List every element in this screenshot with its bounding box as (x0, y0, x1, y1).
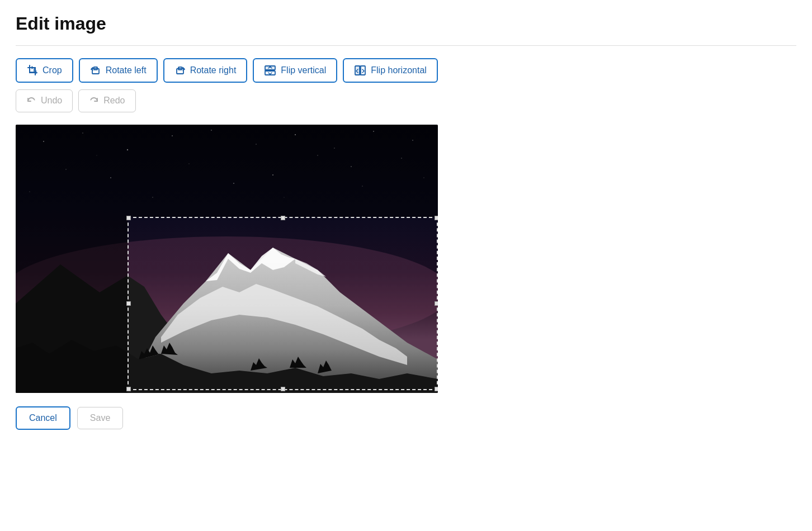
crop-label: Crop (43, 65, 62, 75)
crop-handle-top-right[interactable] (435, 216, 438, 220)
rotate-left-button[interactable]: Rotate left (79, 58, 158, 83)
page-title: Edit image (16, 13, 796, 34)
crop-selection[interactable] (128, 217, 438, 390)
crop-handle-middle-left[interactable] (126, 301, 131, 306)
rotate-left-icon (90, 65, 101, 76)
redo-label: Redo (103, 96, 125, 106)
rotate-right-label: Rotate right (190, 65, 237, 75)
flip-horizontal-label: Flip horizontal (371, 65, 427, 75)
flip-vertical-label: Flip vertical (281, 65, 326, 75)
footer-actions: Cancel Save (16, 406, 796, 430)
flip-horizontal-icon (354, 65, 366, 76)
crop-icon (27, 65, 38, 76)
flip-horizontal-button[interactable]: Flip horizontal (343, 58, 438, 83)
crop-button[interactable]: Crop (16, 58, 73, 83)
crop-handle-middle-right[interactable] (435, 301, 438, 306)
cancel-button[interactable]: Cancel (16, 406, 70, 430)
toolbar: Crop Rotate left Rotate right (16, 58, 796, 83)
undo-icon (26, 96, 36, 106)
crop-handle-top-middle[interactable] (281, 216, 285, 220)
rotate-left-label: Rotate left (106, 65, 147, 75)
crop-handle-bottom-middle[interactable] (281, 387, 285, 391)
crop-handle-bottom-left[interactable] (126, 387, 131, 391)
rotate-right-button[interactable]: Rotate right (163, 58, 248, 83)
save-button[interactable]: Save (77, 407, 123, 429)
crop-handle-top-left[interactable] (126, 216, 131, 220)
flip-vertical-icon (264, 65, 276, 76)
rotate-right-icon (174, 65, 186, 76)
flip-vertical-button[interactable]: Flip vertical (253, 58, 337, 83)
history-toolbar: Undo Redo (16, 89, 796, 112)
header-divider (16, 45, 796, 46)
crop-overlay-top (16, 125, 438, 217)
crop-handle-bottom-right[interactable] (435, 387, 438, 391)
crop-overlay-left (16, 217, 128, 393)
redo-button[interactable]: Redo (78, 89, 135, 112)
image-editor[interactable] (16, 125, 438, 393)
redo-icon (89, 96, 99, 106)
undo-button[interactable]: Undo (16, 89, 73, 112)
undo-label: Undo (41, 96, 62, 106)
